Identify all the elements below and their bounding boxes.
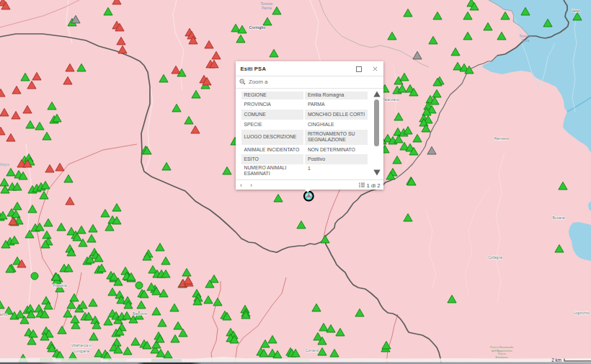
svg-text:Busana: Busana (553, 216, 565, 220)
svg-text:Bagnone: Bagnone (133, 311, 147, 316)
svg-text:Collagna: Collagna (488, 255, 502, 259)
svg-text:Emiliano: Emiliano (496, 355, 508, 359)
svg-text:Parma: Parma (262, 6, 272, 10)
svg-text:Palanzano: Palanzano (382, 97, 399, 102)
svg-text:Enza: Enza (522, 39, 530, 43)
svg-text:Lunigiana: Lunigiana (74, 349, 89, 353)
svg-text:Ramiseto: Ramiseto (494, 136, 509, 141)
svg-text:2 km: 2 km (551, 358, 561, 363)
svg-text:Vetto: Vetto (572, 9, 580, 13)
svg-text:Torrente: Torrente (520, 35, 532, 38)
svg-text:Magra: Magra (0, 163, 9, 167)
svg-text:Comano: Comano (306, 348, 319, 352)
svg-text:Corniglio: Corniglio (249, 25, 266, 30)
svg-text:Filattiera: Filattiera (53, 283, 66, 288)
svg-text:Villafranca in: Villafranca in (71, 343, 92, 347)
svg-text:Ligonchio: Ligonchio (574, 311, 590, 315)
svg-text:azzo: azzo (0, 312, 7, 316)
svg-text:Torrente: Torrente (261, 2, 273, 6)
